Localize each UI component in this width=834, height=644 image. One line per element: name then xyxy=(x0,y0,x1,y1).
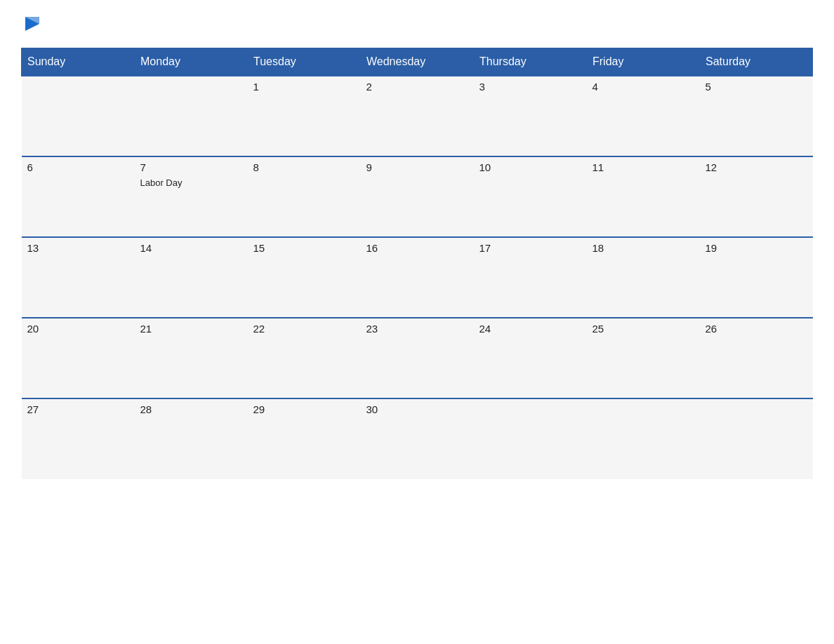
calendar-day-cell: 1 xyxy=(248,76,361,156)
calendar-day-cell: 29 xyxy=(248,398,361,479)
holiday-label: Labor Day xyxy=(140,177,183,188)
calendar-table: SundayMondayTuesdayWednesdayThursdayFrid… xyxy=(21,48,813,479)
calendar-day-cell: 4 xyxy=(587,76,700,156)
logo-icon xyxy=(22,14,42,34)
calendar-day-cell: 5 xyxy=(700,76,813,156)
day-number: 22 xyxy=(253,323,355,335)
day-number: 8 xyxy=(253,161,355,173)
day-number: 15 xyxy=(253,242,355,254)
calendar-day-header: Saturday xyxy=(700,48,813,76)
day-number: 17 xyxy=(479,242,581,254)
calendar-day-header: Tuesday xyxy=(248,48,361,76)
calendar-day-cell xyxy=(474,398,587,479)
day-number: 4 xyxy=(593,81,694,93)
calendar-day-cell: 17 xyxy=(474,237,587,318)
day-number: 21 xyxy=(140,323,242,335)
calendar-day-cell: 24 xyxy=(474,318,587,398)
calendar-day-cell: 28 xyxy=(135,398,248,479)
day-number: 3 xyxy=(479,81,581,93)
calendar-week-row: 12345 xyxy=(22,76,813,156)
calendar-day-cell xyxy=(135,76,248,156)
calendar-week-row: 13141516171819 xyxy=(22,237,813,318)
day-number: 2 xyxy=(366,81,468,93)
calendar-day-cell: 8 xyxy=(248,156,361,237)
calendar-day-cell xyxy=(700,398,813,479)
day-number: 20 xyxy=(27,323,129,335)
calendar-day-cell: 22 xyxy=(248,318,361,398)
day-number: 1 xyxy=(253,81,355,93)
calendar-day-header: Monday xyxy=(135,48,248,76)
day-number: 24 xyxy=(479,323,581,335)
calendar-week-row: 67Labor Day89101112 xyxy=(22,156,813,237)
calendar-day-header: Thursday xyxy=(474,48,587,76)
calendar-week-row: 27282930 xyxy=(22,398,813,479)
calendar-day-cell: 11 xyxy=(587,156,700,237)
calendar-day-cell: 14 xyxy=(135,237,248,318)
day-number: 14 xyxy=(140,242,242,254)
day-number: 11 xyxy=(593,161,694,173)
day-number: 18 xyxy=(593,242,694,254)
calendar-day-cell: 25 xyxy=(587,318,700,398)
calendar-day-cell: 10 xyxy=(474,156,587,237)
day-number: 26 xyxy=(706,323,807,335)
day-number: 13 xyxy=(27,242,129,254)
calendar-day-header: Friday xyxy=(587,48,700,76)
calendar-day-cell: 12 xyxy=(700,156,813,237)
calendar-day-cell: 13 xyxy=(22,237,135,318)
calendar-day-cell: 7Labor Day xyxy=(135,156,248,237)
calendar-day-cell: 16 xyxy=(361,237,474,318)
day-number: 12 xyxy=(706,161,807,173)
calendar-day-cell: 6 xyxy=(22,156,135,237)
day-number: 5 xyxy=(706,81,807,93)
calendar-day-cell: 9 xyxy=(361,156,474,237)
day-number: 27 xyxy=(27,403,129,415)
day-number: 16 xyxy=(366,242,468,254)
calendar-day-cell: 19 xyxy=(700,237,813,318)
day-number: 29 xyxy=(253,403,355,415)
calendar-day-cell xyxy=(587,398,700,479)
day-number: 19 xyxy=(706,242,807,254)
calendar-day-cell: 20 xyxy=(22,318,135,398)
day-number: 7 xyxy=(140,161,242,173)
calendar-day-cell: 21 xyxy=(135,318,248,398)
calendar-day-cell: 18 xyxy=(587,237,700,318)
calendar-day-cell: 30 xyxy=(361,398,474,479)
day-number: 9 xyxy=(366,161,468,173)
calendar-day-cell: 3 xyxy=(474,76,587,156)
day-number: 28 xyxy=(140,403,242,415)
calendar-day-cell: 26 xyxy=(700,318,813,398)
calendar-day-cell xyxy=(22,76,135,156)
calendar-day-cell: 2 xyxy=(361,76,474,156)
calendar-day-cell: 23 xyxy=(361,318,474,398)
calendar-day-cell: 15 xyxy=(248,237,361,318)
calendar-day-cell: 27 xyxy=(22,398,135,479)
calendar-day-header: Wednesday xyxy=(361,48,474,76)
day-number: 25 xyxy=(593,323,694,335)
page-header xyxy=(21,14,813,35)
calendar-week-row: 20212223242526 xyxy=(22,318,813,398)
day-number: 30 xyxy=(366,403,468,415)
calendar-header-row: SundayMondayTuesdayWednesdayThursdayFrid… xyxy=(22,48,813,76)
calendar-day-header: Sunday xyxy=(22,48,135,76)
logo xyxy=(21,14,42,35)
day-number: 6 xyxy=(27,161,129,173)
day-number: 23 xyxy=(366,323,468,335)
day-number: 10 xyxy=(479,161,581,173)
